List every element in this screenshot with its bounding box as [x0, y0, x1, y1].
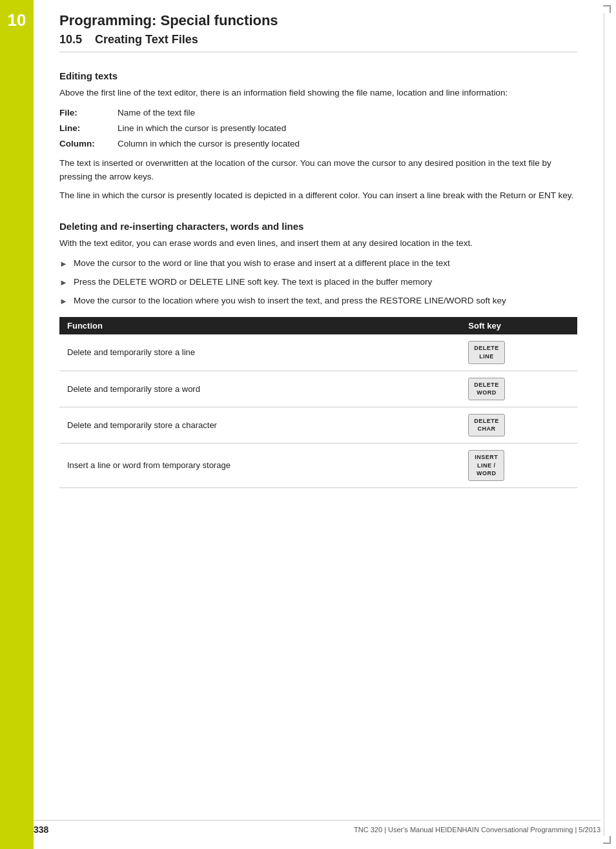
- sidebar: 10: [0, 0, 34, 849]
- editing-texts-intro: Above the first line of the text editor,…: [59, 87, 577, 100]
- def-row-column: Column: Column in which the cursor is pr…: [59, 138, 577, 150]
- deleting-intro: With the text editor, you can erase word…: [59, 237, 577, 251]
- table-cell-softkey-3: DELETE CHAR: [460, 407, 577, 443]
- table-row: Delete and temporarily store a word DELE…: [59, 371, 577, 407]
- main-content: Programming: Special functions 10.5 Crea…: [34, 0, 616, 527]
- softkey-delete-line-2: LINE: [479, 353, 494, 360]
- table-cell-softkey-1: DELETE LINE: [460, 334, 577, 371]
- softkey-delete-word-2: WORD: [477, 389, 497, 396]
- def-desc-line: Line in which the cursor is presently lo…: [118, 122, 286, 135]
- chapter-number: 10: [8, 12, 26, 28]
- bullet-arrow-3: ►: [59, 294, 74, 308]
- table-header-row: Function Soft key: [59, 317, 577, 334]
- deleting-section: Deleting and re-inserting characters, wo…: [59, 221, 577, 488]
- bullet-arrow-1: ►: [59, 257, 74, 271]
- softkey-insert-3: WORD: [477, 470, 497, 476]
- editing-texts-section: Editing texts Above the first line of th…: [59, 70, 577, 203]
- softkey-insert-line-word: INSERT LINE / WORD: [468, 450, 504, 481]
- softkey-insert-2: LINE /: [477, 462, 496, 469]
- editing-texts-para1: The text is inserted or overwritten at t…: [59, 157, 577, 184]
- definition-list: File: Name of the text file Line: Line i…: [59, 107, 577, 151]
- softkey-delete-word: DELETE WORD: [468, 378, 505, 400]
- function-table: Function Soft key Delete and temporarily…: [59, 317, 577, 487]
- section-title: 10.5 Creating Text Files: [59, 33, 577, 46]
- def-row-line: Line: Line in which the cursor is presen…: [59, 122, 577, 135]
- table-cell-softkey-4: INSERT LINE / WORD: [460, 443, 577, 487]
- table-header-function: Function: [59, 317, 460, 334]
- softkey-delete-char: DELETE CHAR: [468, 414, 505, 436]
- table-row: Insert a line or word from temporary sto…: [59, 443, 577, 487]
- header-section: Programming: Special functions 10.5 Crea…: [59, 12, 577, 52]
- def-desc-file: Name of the text file: [118, 107, 195, 119]
- softkey-delete-char-1: DELETE: [474, 418, 499, 424]
- section-title-text: Creating Text Files: [95, 33, 198, 46]
- def-term-column: Column:: [59, 138, 118, 150]
- table-row: Delete and temporarily store a character…: [59, 407, 577, 443]
- def-term-file: File:: [59, 107, 118, 119]
- corner-br: [603, 836, 611, 844]
- footer: 338 TNC 320 | User's Manual HEIDENHAIN C…: [34, 820, 601, 835]
- def-row-file: File: Name of the text file: [59, 107, 577, 119]
- footer-page-number: 338: [34, 824, 48, 835]
- section-number: 10.5: [59, 33, 82, 46]
- editing-texts-para2: The line in which the cursor is presentl…: [59, 189, 577, 203]
- footer-text: TNC 320 | User's Manual HEIDENHAIN Conve…: [354, 826, 601, 834]
- bullet-item-3: ► Move the cursor to the location where …: [59, 294, 577, 308]
- deleting-heading: Deleting and re-inserting characters, wo…: [59, 221, 577, 232]
- chapter-title: Programming: Special functions: [59, 12, 577, 30]
- page: 10 Programming: Special functions 10.5 C…: [0, 0, 616, 849]
- softkey-delete-word-1: DELETE: [474, 382, 499, 388]
- table-cell-function-4: Insert a line or word from temporary sto…: [59, 443, 460, 487]
- def-desc-column: Column in which the cursor is presently …: [118, 138, 300, 150]
- bullet-item-1: ► Move the cursor to the word or line th…: [59, 257, 577, 271]
- bullet-text-2: Press the DELETE WORD or DELETE LINE sof…: [74, 276, 577, 289]
- table-header-softkey: Soft key: [460, 317, 577, 334]
- bullet-item-2: ► Press the DELETE WORD or DELETE LINE s…: [59, 276, 577, 289]
- editing-texts-heading: Editing texts: [59, 70, 577, 81]
- bullet-arrow-2: ►: [59, 276, 74, 289]
- table-cell-function-2: Delete and temporarily store a word: [59, 371, 460, 407]
- table-cell-function-1: Delete and temporarily store a line: [59, 334, 460, 371]
- def-term-line: Line:: [59, 122, 118, 135]
- table-cell-softkey-2: DELETE WORD: [460, 371, 577, 407]
- softkey-delete-char-2: CHAR: [478, 425, 496, 432]
- bullet-text-3: Move the cursor to the location where yo…: [74, 294, 577, 308]
- table-row: Delete and temporarily store a line DELE…: [59, 334, 577, 371]
- bullet-text-1: Move the cursor to the word or line that…: [74, 257, 577, 271]
- softkey-delete-line: DELETE LINE: [468, 341, 505, 363]
- softkey-insert-1: INSERT: [475, 454, 498, 460]
- corner-tr: [603, 5, 611, 13]
- softkey-delete-line-1: DELETE: [474, 345, 499, 351]
- table-cell-function-3: Delete and temporarily store a character: [59, 407, 460, 443]
- right-border: [604, 13, 604, 836]
- bullet-list: ► Move the cursor to the word or line th…: [59, 257, 577, 308]
